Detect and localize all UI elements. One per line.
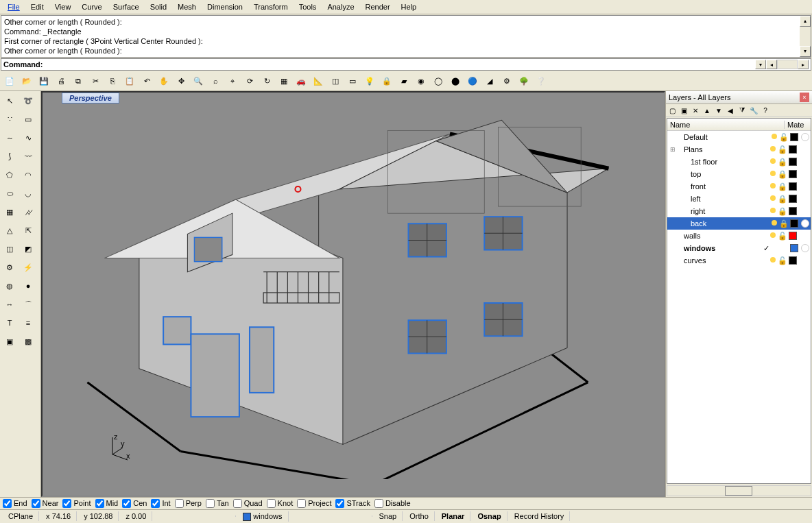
box-tool[interactable]: ▦: [1, 203, 19, 221]
status-layer[interactable]: windows: [237, 511, 288, 522]
circle-rainbow-button[interactable]: ◉: [413, 73, 429, 89]
polygon-tool[interactable]: ⬠: [1, 166, 19, 184]
new-button[interactable]: 📄: [1, 73, 18, 89]
menu-surface[interactable]: Surface: [108, 1, 144, 12]
lock-icon[interactable]: 🔓: [778, 256, 787, 265]
osnap-checkbox[interactable]: [3, 499, 12, 508]
osnap-checkbox[interactable]: [374, 499, 383, 508]
delete-layer-icon[interactable]: ✕: [691, 106, 700, 115]
visibility-icon[interactable]: [768, 256, 778, 265]
arc2-tool[interactable]: ◡: [19, 184, 37, 202]
layer-row-windows[interactable]: windows✓: [667, 242, 811, 254]
new-sublayer-icon[interactable]: ▣: [679, 106, 689, 115]
col-name[interactable]: Name: [667, 121, 785, 129]
color-swatch[interactable]: [789, 232, 797, 240]
status-cplane[interactable]: CPlane: [3, 511, 39, 521]
osnap-tan[interactable]: Tan: [206, 499, 229, 508]
lock-button[interactable]: 🔒: [379, 73, 395, 89]
new-layer-icon[interactable]: ▢: [667, 106, 677, 115]
visibility-icon[interactable]: [768, 170, 778, 178]
ellipse-tool[interactable]: ⬭: [1, 184, 19, 202]
fillet-tool[interactable]: ⌒: [19, 295, 37, 313]
sphere-solid-button[interactable]: ⬤: [447, 73, 464, 89]
visibility-icon[interactable]: [769, 133, 779, 141]
gear-tool[interactable]: ⚙: [1, 258, 19, 276]
layer-row-top[interactable]: top🔒: [667, 168, 811, 180]
osnap-checkbox[interactable]: [297, 499, 306, 508]
status-record[interactable]: Record History: [509, 511, 571, 521]
visibility-icon[interactable]: [768, 145, 778, 154]
surface-tool[interactable]: ◫: [1, 240, 19, 258]
layer-row-left[interactable]: left🔒: [667, 193, 811, 205]
osnap-checkbox[interactable]: [206, 499, 215, 508]
cylinder-tool[interactable]: ⌭: [19, 203, 37, 221]
history-scrollbar[interactable]: ▴ ▾: [800, 16, 811, 57]
print-button[interactable]: 🖨: [53, 73, 69, 89]
layer-row-back[interactable]: back🔒: [667, 217, 811, 230]
visibility-icon[interactable]: [768, 182, 778, 191]
layer-row-default[interactable]: Default🔓: [667, 131, 811, 143]
sphere-wire-button[interactable]: ◯: [430, 73, 446, 89]
layer-row-right[interactable]: right🔒: [667, 205, 811, 217]
flash-tool[interactable]: ⚡: [19, 258, 37, 276]
copy-button[interactable]: ⎘: [104, 73, 121, 89]
zoom-selected-button[interactable]: ⌖: [224, 73, 241, 89]
lock-icon[interactable]: 🔒: [778, 195, 787, 204]
undo-button[interactable]: ↶: [139, 73, 155, 89]
lock-icon[interactable]: 🔒: [778, 207, 787, 216]
visibility-icon[interactable]: [768, 207, 778, 215]
osnap-checkbox[interactable]: [32, 499, 40, 508]
copy-object-button[interactable]: ⧉: [70, 73, 86, 89]
menu-mesh[interactable]: Mesh: [173, 1, 201, 12]
menu-help[interactable]: Help: [396, 1, 422, 12]
osnap-project[interactable]: Project: [297, 499, 331, 508]
osnap-near[interactable]: Near: [32, 499, 59, 508]
lock-icon[interactable]: 🔒: [778, 182, 787, 191]
menu-curve[interactable]: Curve: [77, 1, 106, 12]
interp-tool[interactable]: ∿: [19, 129, 37, 147]
osnap-mid[interactable]: Mid: [95, 499, 119, 508]
color-swatch[interactable]: [789, 256, 797, 265]
mesh-tool[interactable]: ▩: [19, 332, 37, 350]
cmd-dropdown-icon[interactable]: ▾: [755, 60, 766, 69]
visibility-icon[interactable]: [768, 195, 778, 203]
osnap-checkbox[interactable]: [122, 499, 131, 508]
color-swatch[interactable]: [789, 158, 797, 166]
layer-row-1st-floor[interactable]: 1st floor🔒: [667, 156, 811, 168]
gear-button[interactable]: ⚙: [499, 73, 515, 89]
osnap-checkbox[interactable]: [335, 499, 344, 508]
osnap-disable[interactable]: Disable: [374, 499, 411, 508]
command-input[interactable]: [44, 60, 755, 69]
command-line[interactable]: Command: ▾ ◂ ▸: [1, 58, 811, 71]
layer-row-plans[interactable]: ⊞Plans🔓: [667, 143, 811, 156]
layer-row-walls[interactable]: walls🔓: [667, 230, 811, 242]
osnap-checkbox[interactable]: [267, 499, 276, 508]
menu-file[interactable]: File: [3, 1, 25, 12]
color-swatch[interactable]: [790, 219, 798, 228]
color-swatch[interactable]: [789, 195, 797, 203]
material-icon[interactable]: [801, 219, 809, 228]
save-button[interactable]: 💾: [36, 73, 52, 89]
color-swatch[interactable]: [790, 133, 798, 141]
osnap-quad[interactable]: Quad: [233, 499, 263, 508]
lock-icon[interactable]: 🔒: [778, 170, 787, 179]
freeform-tool[interactable]: 〰: [19, 147, 37, 165]
layers-hscroll[interactable]: [667, 485, 811, 496]
status-ortho[interactable]: Ortho: [404, 511, 435, 521]
paint-button[interactable]: ◢: [481, 73, 498, 89]
close-icon[interactable]: ×: [800, 93, 809, 102]
osnap-knot[interactable]: Knot: [267, 499, 294, 508]
boolean-tool[interactable]: ◍: [1, 277, 19, 295]
color-swatch[interactable]: [789, 207, 797, 215]
bulb-button[interactable]: 💡: [361, 73, 378, 89]
lock-icon[interactable]: 🔓: [778, 145, 787, 154]
layer-row-front[interactable]: front🔒: [667, 180, 811, 193]
render-tool[interactable]: ▣: [1, 332, 19, 350]
menu-edit[interactable]: Edit: [26, 1, 49, 12]
osnap-point[interactable]: Point: [62, 499, 91, 508]
visibility-icon[interactable]: [768, 232, 778, 240]
menu-tools[interactable]: Tools: [294, 1, 322, 12]
col-material[interactable]: Mate: [785, 121, 811, 129]
expand-icon[interactable]: ⊞: [669, 146, 677, 153]
tree-button[interactable]: 🌳: [516, 73, 532, 89]
